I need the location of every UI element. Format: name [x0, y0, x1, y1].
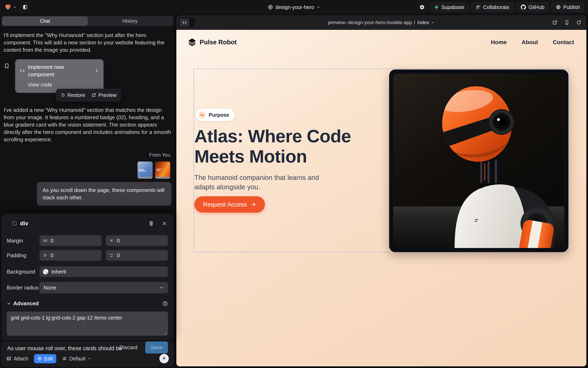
component-card-title: Implement new component — [28, 63, 92, 78]
delete-element-button[interactable] — [148, 220, 155, 227]
border-radius-value: None — [44, 285, 56, 291]
mode-label: Default — [69, 356, 85, 362]
site-logo[interactable]: Pulse Robot — [188, 38, 237, 47]
hero-section-selected[interactable]: Purpose Atlas: Where Code Meets Motion T… — [194, 69, 569, 252]
supabase-button[interactable]: Supabase — [430, 2, 469, 12]
tab-chat[interactable]: Chat — [2, 17, 87, 26]
padding-x-icon — [43, 253, 48, 258]
preview-label: Preview — [98, 91, 117, 99]
code-icon — [20, 68, 25, 74]
request-access-button[interactable]: Request Access — [194, 196, 265, 213]
hero-subtitle: The humanoid companion that learns and a… — [194, 173, 333, 192]
preview-page: index — [417, 20, 429, 25]
project-switcher[interactable]: design-your-hero — [268, 0, 320, 14]
padding-x-value: 0 — [50, 252, 53, 259]
transparency-swatch-icon — [43, 269, 48, 275]
margin-y-icon — [109, 238, 114, 243]
publish-button[interactable]: Publish — [551, 2, 584, 12]
chevron-down-icon — [13, 5, 17, 9]
background-input[interactable]: Inherit — [39, 267, 168, 277]
hero-robot-card — [389, 70, 568, 252]
chevron-down-icon — [317, 5, 320, 9]
refresh-button[interactable] — [576, 20, 581, 25]
nav-link-about[interactable]: About — [522, 39, 538, 46]
send-button[interactable] — [159, 354, 169, 363]
attachment-thumbnail-blue[interactable] — [137, 162, 153, 179]
margin-x-input[interactable]: 0 — [39, 235, 102, 246]
gear-icon — [419, 4, 425, 10]
padding-y-value: 0 — [117, 252, 120, 259]
chat-panel: Chat History I'll implement the "Why Hum… — [0, 14, 175, 368]
padding-y-input[interactable]: 0 — [106, 250, 168, 261]
lovable-logo-menu[interactable] — [4, 3, 18, 11]
border-radius-select[interactable]: None — [39, 282, 168, 293]
padding-y-icon — [109, 253, 114, 258]
pulse-icon — [199, 111, 206, 119]
attach-image-icon — [6, 356, 12, 361]
attach-button[interactable]: Attach — [6, 356, 28, 362]
element-tag: div — [20, 220, 28, 227]
restore-button[interactable]: Restore — [60, 91, 85, 99]
supabase-label: Supabase — [441, 4, 465, 10]
toggle-sidebar-button[interactable] — [20, 2, 30, 12]
component-card-row: Implement new component View code Restor… — [4, 59, 171, 93]
edit-label: Edit — [44, 356, 53, 362]
attachment-thumbnail-orange[interactable] — [155, 162, 170, 179]
github-icon — [521, 4, 526, 10]
bookmark-icon[interactable] — [4, 63, 10, 70]
view-code-link[interactable]: View code — [28, 81, 99, 88]
lovable-app-window: design-your-hero Supabase Co — [0, 0, 588, 368]
implement-component-card[interactable]: Implement new component View code Restor… — [15, 59, 104, 93]
lovable-heart-icon — [4, 4, 11, 11]
preview-url: preview--design-your-hero.lovable.app — [328, 20, 412, 25]
restore-icon — [60, 93, 65, 98]
mobile-view-button[interactable] — [564, 20, 569, 25]
restore-label: Restore — [67, 91, 85, 99]
tailwind-classes-textarea[interactable]: grid grid-cols-1 lg:grid-cols-2 gap-12 i… — [7, 312, 168, 336]
open-in-new-tab-button[interactable] — [552, 20, 558, 25]
margin-y-value: 0 — [117, 238, 120, 244]
cta-label: Request Access — [203, 201, 247, 208]
border-radius-label: Border radius — [7, 285, 39, 291]
margin-x-value: 0 — [50, 238, 53, 244]
top-bar: design-your-hero Supabase Co — [0, 0, 588, 14]
nav-link-contact[interactable]: Contact — [553, 39, 574, 46]
discard-button[interactable]: Discard — [120, 344, 137, 351]
globe-icon — [556, 5, 561, 9]
save-button[interactable]: Save — [145, 341, 168, 353]
chevron-down-icon — [7, 302, 11, 306]
github-button[interactable]: GitHub — [516, 2, 549, 12]
preview-url-bar[interactable]: preview--design-your-hero.lovable.app / … — [328, 20, 435, 25]
preview-button[interactable]: Preview — [91, 91, 117, 99]
chevron-down-icon — [87, 357, 91, 360]
supabase-bolt-icon — [434, 5, 439, 9]
padding-x-input[interactable]: 0 — [39, 250, 102, 261]
margin-x-icon — [43, 238, 48, 243]
edit-mode-button[interactable]: Edit — [34, 354, 56, 363]
chevron-right-icon — [95, 68, 99, 73]
margin-y-input[interactable]: 0 — [106, 235, 168, 246]
tab-history[interactable]: History — [87, 17, 172, 26]
collaborate-button[interactable]: Collaborate — [471, 2, 513, 12]
selected-element-pill[interactable]: div — [7, 218, 33, 229]
person-plus-icon — [476, 5, 481, 9]
preview-top-bar: preview--design-your-hero.lovable.app / … — [176, 15, 586, 30]
nav-link-home[interactable]: Home — [491, 39, 507, 46]
model-mode-select[interactable]: Default — [62, 356, 91, 362]
dashed-square-icon — [12, 221, 17, 226]
chevron-down-icon — [159, 285, 164, 290]
code-icon — [180, 18, 189, 26]
code-view-toggle[interactable] — [179, 18, 195, 27]
rendered-website: Pulse Robot Home About Contact Purpose A… — [176, 30, 586, 366]
hero-heading-line2: Meets Motion — [194, 146, 307, 166]
brand-name: Pulse Robot — [200, 39, 237, 46]
background-label: Background — [7, 269, 39, 275]
help-icon[interactable] — [162, 301, 168, 306]
external-link-icon — [91, 93, 96, 98]
settings-button[interactable] — [417, 2, 427, 12]
github-label: GitHub — [529, 4, 544, 10]
site-nav: Home About Contact — [491, 39, 575, 46]
close-inspector-button[interactable] — [161, 220, 168, 227]
advanced-section-toggle[interactable]: Advanced — [13, 300, 39, 307]
globe-icon — [268, 4, 273, 10]
